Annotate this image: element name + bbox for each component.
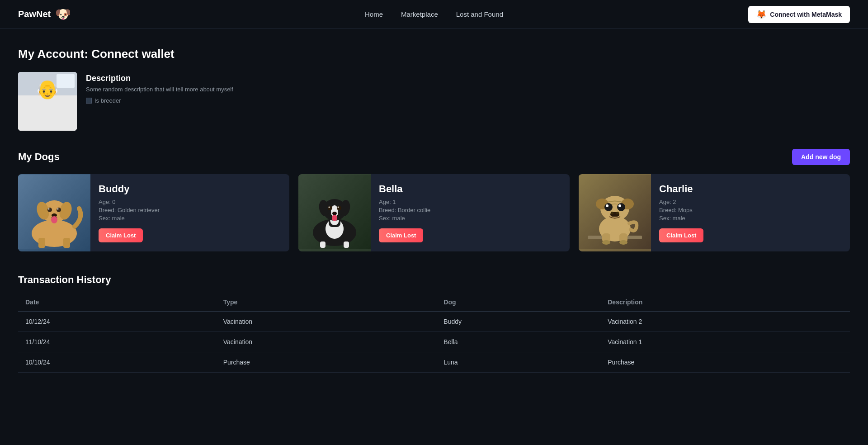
logo-icon: 🐶 bbox=[55, 7, 71, 22]
svg-rect-9 bbox=[32, 113, 57, 114]
svg-point-28 bbox=[51, 216, 57, 223]
tx-date-2: 11/10/24 bbox=[18, 332, 216, 352]
description-text: Some random description that will tell m… bbox=[86, 86, 233, 93]
tx-dog-1: Buddy bbox=[436, 312, 600, 332]
dogs-grid: Buddy Age: 0 Breed: Golden retriever Sex… bbox=[18, 174, 850, 251]
svg-point-66 bbox=[611, 212, 613, 214]
svg-point-55 bbox=[602, 240, 610, 245]
svg-point-48 bbox=[332, 215, 337, 221]
svg-rect-18 bbox=[63, 238, 70, 248]
svg-rect-2 bbox=[18, 106, 77, 131]
svg-rect-3 bbox=[57, 74, 75, 88]
transaction-title: Transaction History bbox=[18, 274, 850, 286]
dog-breed-bella: Breed: Border collie bbox=[379, 207, 430, 213]
account-profile: Description Some random description that… bbox=[18, 72, 850, 131]
nav-lost-and-found-link[interactable]: Lost and Found bbox=[456, 10, 503, 18]
nav-home-link[interactable]: Home bbox=[365, 10, 383, 18]
dog-photo-buddy bbox=[18, 174, 90, 251]
claim-lost-button-charlie[interactable]: Claim Lost bbox=[659, 228, 703, 242]
breeder-checkbox bbox=[86, 98, 92, 104]
dog-card-buddy: Buddy Age: 0 Breed: Golden retriever Sex… bbox=[18, 174, 289, 251]
tx-date-3: 10/10/24 bbox=[18, 352, 216, 373]
svg-point-26 bbox=[57, 208, 59, 210]
transaction-history-section: Transaction History Date Type Dog Descri… bbox=[18, 274, 850, 373]
svg-point-47 bbox=[332, 212, 337, 215]
transaction-table-body: 10/12/24 Vacination Buddy Vacination 2 1… bbox=[18, 312, 850, 373]
nav-marketplace-link[interactable]: Marketplace bbox=[401, 10, 438, 18]
my-dogs-header: My Dogs Add new dog bbox=[18, 149, 850, 165]
table-row: 10/12/24 Vacination Buddy Vacination 2 bbox=[18, 312, 850, 332]
dog-info-charlie: Charlie Age: 2 Breed: Mops Sex: male Cla… bbox=[651, 174, 712, 251]
tx-desc-3: Purchase bbox=[600, 352, 850, 373]
dog-age-charlie: Age: 2 bbox=[659, 199, 703, 205]
profile-info: Description Some random description that… bbox=[86, 72, 233, 104]
svg-rect-10 bbox=[31, 108, 57, 114]
svg-point-45 bbox=[329, 207, 330, 208]
connect-button-label: Connect with MetaMask bbox=[770, 11, 842, 18]
col-type: Type bbox=[216, 293, 437, 312]
tx-type-2: Vacination bbox=[216, 332, 437, 352]
svg-point-56 bbox=[619, 240, 627, 245]
col-dog: Dog bbox=[436, 293, 600, 312]
col-date: Date bbox=[18, 293, 216, 312]
metamask-icon: 🦊 bbox=[756, 9, 766, 19]
dog-card-charlie: Charlie Age: 2 Breed: Mops Sex: male Cla… bbox=[579, 174, 850, 251]
description-label: Description bbox=[86, 74, 233, 83]
dog-info-buddy: Buddy Age: 0 Breed: Golden retriever Sex… bbox=[90, 174, 168, 251]
svg-point-61 bbox=[604, 203, 613, 211]
tx-date-1: 10/12/24 bbox=[18, 312, 216, 332]
account-title: My Account: Connect wallet bbox=[18, 47, 850, 61]
dog-name-bella: Bella bbox=[379, 183, 430, 195]
dog-sex-bella: Sex: male bbox=[379, 215, 430, 222]
svg-point-25 bbox=[48, 208, 50, 210]
col-description: Description bbox=[600, 293, 850, 312]
navbar: PawNet 🐶 Home Marketplace Lost and Found… bbox=[0, 0, 868, 29]
svg-point-46 bbox=[338, 207, 339, 208]
my-dogs-title: My Dogs bbox=[18, 151, 60, 163]
svg-point-4 bbox=[32, 108, 63, 131]
svg-point-7 bbox=[43, 97, 45, 99]
svg-point-24 bbox=[57, 208, 61, 212]
svg-rect-17 bbox=[38, 238, 45, 248]
tx-desc-1: Vacination 2 bbox=[600, 312, 850, 332]
add-new-dog-button[interactable]: Add new dog bbox=[792, 149, 850, 165]
profile-photo-image bbox=[18, 72, 77, 131]
dog-name-buddy: Buddy bbox=[99, 183, 160, 195]
svg-point-67 bbox=[616, 212, 619, 214]
dog-sex-charlie: Sex: male bbox=[659, 215, 703, 222]
logo: PawNet 🐶 bbox=[18, 7, 71, 22]
svg-point-62 bbox=[617, 203, 625, 211]
svg-point-5 bbox=[38, 89, 57, 109]
svg-point-23 bbox=[47, 208, 52, 212]
svg-point-63 bbox=[606, 204, 609, 207]
table-row: 10/10/24 Purchase Luna Purchase bbox=[18, 352, 850, 373]
profile-photo bbox=[18, 72, 77, 131]
connect-metamask-button[interactable]: 🦊 Connect with MetaMask bbox=[748, 6, 850, 23]
claim-lost-button-bella[interactable]: Claim Lost bbox=[379, 228, 423, 242]
dog-breed-buddy: Breed: Golden retriever bbox=[99, 207, 160, 213]
dog-photo-charlie bbox=[579, 174, 651, 251]
dog-breed-charlie: Breed: Mops bbox=[659, 207, 703, 213]
svg-point-6 bbox=[38, 86, 57, 95]
breeder-label: Is breeder bbox=[94, 97, 121, 104]
transaction-table-header: Date Type Dog Description bbox=[18, 293, 850, 312]
dog-info-bella: Bella Age: 1 Breed: Border collie Sex: m… bbox=[371, 174, 439, 251]
svg-point-43 bbox=[328, 206, 332, 210]
breeder-badge: Is breeder bbox=[86, 97, 233, 104]
svg-point-8 bbox=[50, 97, 52, 99]
svg-point-64 bbox=[618, 204, 621, 207]
tx-desc-2: Vacination 1 bbox=[600, 332, 850, 352]
dog-photo-bella bbox=[298, 174, 371, 251]
dog-name-charlie: Charlie bbox=[659, 183, 703, 195]
logo-text: PawNet bbox=[18, 9, 51, 19]
claim-lost-button-buddy[interactable]: Claim Lost bbox=[99, 228, 143, 242]
dog-age-bella: Age: 1 bbox=[379, 199, 430, 205]
svg-rect-11 bbox=[32, 109, 57, 113]
svg-rect-13 bbox=[61, 110, 66, 112]
tx-dog-3: Luna bbox=[436, 352, 600, 373]
tx-type-3: Purchase bbox=[216, 352, 437, 373]
svg-rect-35 bbox=[320, 241, 326, 248]
transaction-table: Date Type Dog Description 10/12/24 Vacin… bbox=[18, 293, 850, 373]
svg-rect-12 bbox=[60, 109, 66, 116]
nav-links: Home Marketplace Lost and Found bbox=[365, 10, 503, 18]
